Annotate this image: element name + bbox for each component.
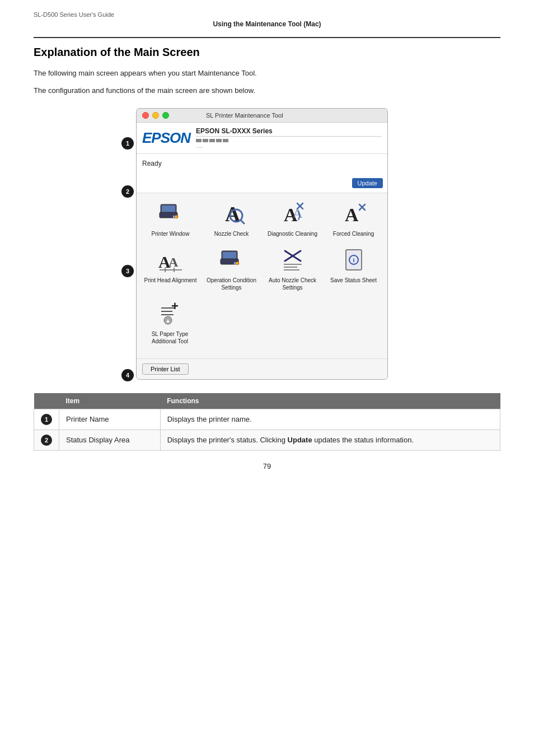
row-2-function: Displays the printer's status. Clicking …: [160, 430, 500, 450]
minimize-icon[interactable]: [152, 112, 159, 119]
auto-nozzle-check-label: Auto Nozzle Check Settings: [266, 277, 319, 291]
auto-nozzle-check-icon-item[interactable]: Auto Nozzle Check Settings: [266, 245, 319, 291]
breadcrumb: SL-D500 Series User's Guide: [34, 11, 500, 18]
printer-window-label: Printer Window: [152, 230, 190, 237]
printer-window-icon: i: [156, 199, 185, 228]
forced-cleaning-label: Forced Cleaning: [333, 230, 374, 237]
svg-text:A: A: [345, 204, 359, 225]
row-1-num: 1: [34, 409, 59, 430]
maintenance-tool-window: SL Printer Maintenance Tool EPSON EPSON …: [136, 108, 388, 380]
row-2-item: Status Display Area: [59, 430, 161, 450]
row-2-num: 2: [34, 430, 59, 450]
epson-logo: EPSON: [142, 129, 190, 147]
table-row: 2 Status Display Area Displays the print…: [34, 430, 500, 450]
printer-list-area: Printer List: [137, 359, 387, 379]
printer-sub-status: .....: [196, 143, 382, 149]
num-badge-1: 1: [41, 414, 52, 425]
diagnostic-cleaning-icon: A A: [278, 199, 307, 228]
icons-row-2: A A Print Head Alignment: [140, 245, 384, 291]
icons-area: i Printer Window A: [137, 193, 387, 359]
nozzle-check-icon-item[interactable]: A Nozzle Check: [205, 199, 258, 237]
icons-row-1: i Printer Window A: [140, 199, 384, 237]
print-head-alignment-icon: A A: [156, 245, 185, 274]
forced-cleaning-icon: A: [339, 199, 368, 228]
printer-name-label: EPSON SL-DXXX Series: [196, 127, 382, 137]
row-2-function-post: updates the status information.: [312, 436, 414, 444]
table-header-num: [34, 393, 59, 409]
sl-paper-type-icon-item[interactable]: + ▲ SL Paper Type Additional Tool: [143, 299, 196, 345]
intro-para2: The configuration and functions of the m…: [34, 85, 500, 97]
operation-condition-icon-item[interactable]: i Operation Condition Settings: [205, 245, 258, 291]
window-titlebar: SL Printer Maintenance Tool: [137, 109, 387, 123]
close-icon[interactable]: [142, 112, 149, 119]
auto-nozzle-check-icon: [278, 245, 307, 274]
header-row: EPSON EPSON SL-DXXX Series .....: [137, 123, 387, 154]
row-2-function-pre: Displays the printer's status. Clicking: [167, 436, 288, 444]
printer-window-icon-item[interactable]: i Printer Window: [144, 199, 197, 237]
svg-text:i: i: [353, 256, 354, 263]
nozzle-check-icon: A: [217, 199, 246, 228]
row-1-function: Displays the printer name.: [160, 409, 500, 430]
printer-status-dots: [196, 139, 382, 142]
operation-condition-label: Operation Condition Settings: [205, 277, 258, 291]
section-header-title: Using the Maintenance Tool (Mac): [34, 20, 500, 28]
row-2-function-bold: Update: [288, 436, 312, 444]
callout-2: 2: [121, 185, 134, 198]
print-head-alignment-label: Print Head Alignment: [144, 277, 197, 284]
svg-text:▲: ▲: [165, 318, 171, 324]
save-status-sheet-icon: i: [339, 245, 368, 274]
functions-table: Item Functions 1 Printer Name Displays t…: [34, 393, 500, 451]
diagnostic-cleaning-label: Diagnostic Cleaning: [268, 230, 317, 237]
table-header-item: Item: [59, 393, 161, 409]
forced-cleaning-icon-item[interactable]: A Forced Cleaning: [327, 199, 380, 237]
callout-3: 3: [121, 265, 134, 277]
row-1-item: Printer Name: [59, 409, 161, 430]
table-row: 1 Printer Name Displays the printer name…: [34, 409, 500, 430]
num-badge-2: 2: [41, 435, 52, 446]
maximize-icon[interactable]: [162, 112, 169, 119]
sl-paper-type-label: SL Paper Type Additional Tool: [143, 330, 196, 345]
operation-condition-icon: i: [217, 245, 246, 274]
update-button[interactable]: Update: [352, 178, 383, 188]
divider: [34, 37, 500, 38]
status-display-area: Ready Update: [137, 154, 387, 193]
diagnostic-cleaning-icon-item[interactable]: A A Diagnostic Cleaning: [266, 199, 319, 237]
callout-4: 4: [121, 369, 134, 381]
svg-text:+: +: [171, 300, 179, 313]
printer-list-button[interactable]: Printer List: [142, 363, 189, 375]
sl-paper-type-icon: + ▲: [156, 299, 185, 328]
svg-line-8: [241, 220, 244, 223]
table-header-functions: Functions: [160, 393, 500, 409]
nozzle-check-label: Nozzle Check: [214, 230, 249, 237]
intro-para1: The following main screen appears when y…: [34, 68, 500, 80]
printer-name-box: EPSON SL-DXXX Series .....: [196, 127, 382, 149]
page-number: 79: [34, 462, 500, 470]
window-title: SL Printer Maintenance Tool: [206, 112, 283, 119]
status-text: Ready: [142, 160, 382, 167]
save-status-sheet-label: Save Status Sheet: [330, 277, 377, 284]
callout-1: 1: [121, 137, 134, 150]
save-status-sheet-icon-item[interactable]: i Save Status Sheet: [327, 245, 380, 291]
print-head-alignment-icon-item[interactable]: A A Print Head Alignment: [144, 245, 197, 291]
svg-text:A: A: [168, 255, 179, 269]
icons-row-3: + ▲ SL Paper Type Additional Tool: [140, 299, 384, 345]
page-title: Explanation of the Main Screen: [34, 46, 500, 59]
